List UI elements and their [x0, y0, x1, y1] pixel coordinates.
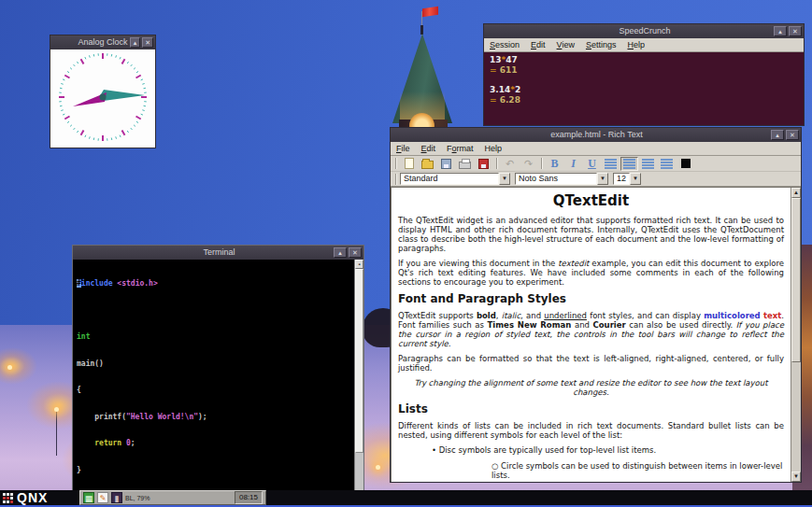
doc-heading-lists: Lists	[398, 402, 784, 415]
close-icon[interactable]: ✕	[349, 247, 362, 258]
paragraph-style-combo[interactable]: Standard ▼	[400, 173, 510, 185]
export-pdf-button[interactable]	[475, 157, 492, 171]
font-family-combo[interactable]: Noto Sans ▼	[515, 173, 608, 185]
align-right-button[interactable]	[639, 157, 657, 171]
underline-button[interactable]: U	[583, 157, 601, 171]
code-line	[77, 306, 350, 316]
menu-format[interactable]: Format	[441, 144, 479, 153]
text-color-icon	[681, 159, 691, 168]
terminal-scrollbar[interactable]: ▪	[354, 260, 363, 495]
code-line: int	[77, 332, 350, 342]
doc-title: QTextEdit	[398, 192, 784, 209]
underline-icon: U	[588, 158, 596, 169]
new-document-icon	[405, 158, 414, 169]
code-line: {	[77, 386, 350, 395]
doc-paragraph-centered: Try changing the alignment of some text …	[398, 378, 784, 397]
menu-file[interactable]: File	[391, 144, 416, 153]
align-left-button[interactable]	[602, 157, 620, 171]
collapse-icon[interactable]: ▴	[334, 247, 347, 258]
doc-paragraph: Paragraphs can be formatted so that the …	[398, 354, 784, 373]
save-button[interactable]	[437, 157, 455, 171]
terminal-window: Terminal ▴ ✕ #include <stdio.h> int main…	[72, 245, 364, 496]
close-icon[interactable]: ✕	[786, 130, 799, 140]
speedcrunch-titlebar[interactable]: SpeedCrunch ▴ ✕	[484, 24, 804, 38]
lamp-light	[54, 407, 59, 412]
scrollbar-thumb[interactable]	[791, 198, 801, 362]
scroll-up-icon[interactable]: ▪	[355, 260, 363, 269]
tray-editor-icon[interactable]: ✎	[97, 492, 108, 503]
print-icon	[459, 162, 471, 169]
menu-help[interactable]: Help	[621, 40, 650, 49]
menu-edit[interactable]: Edit	[416, 144, 442, 153]
italic-icon: I	[571, 158, 576, 169]
doc-paragraph: If you are viewing this document in the …	[398, 259, 784, 287]
clock-window-title: Analog Clock	[78, 35, 128, 49]
align-justify-icon	[661, 159, 673, 169]
open-folder-icon	[421, 161, 434, 169]
code-line: main()	[77, 359, 350, 369]
undo-icon: ↶	[506, 159, 514, 169]
doc-heading-fonts: Font and Paragraph Styles	[398, 292, 784, 305]
analog-clock-window: Analog Clock ▴ ✕	[50, 35, 156, 148]
taskbar-clock[interactable]: 08:15	[235, 491, 263, 504]
richtext-titlebar[interactable]: example.html - Rich Text ▴ ✕	[391, 128, 801, 142]
close-icon[interactable]: ✕	[142, 37, 153, 48]
bold-button[interactable]: B	[546, 157, 563, 171]
lamp-light	[7, 365, 12, 370]
chevron-down-icon[interactable]: ▼	[499, 173, 510, 185]
terminal-window-title: Terminal	[107, 246, 332, 260]
scroll-up-icon[interactable]: ▲	[791, 188, 801, 198]
doc-paragraph: The QTextEdit widget is an advanced edit…	[398, 216, 784, 253]
richtext-fontbar: Standard ▼ Noto Sans ▼ 12 ▼	[391, 172, 801, 187]
speedcrunch-history[interactable]: 13*47 = 611 3.14*2 = 6.28	[484, 52, 804, 125]
collapse-icon[interactable]: ▴	[130, 37, 141, 48]
chevron-down-icon[interactable]: ▼	[630, 173, 641, 185]
menu-session[interactable]: Session	[484, 40, 525, 49]
code-line: #include <stdio.h>	[77, 279, 350, 289]
richtext-window: example.html - Rich Text ▴ ✕ File Edit F…	[390, 127, 802, 483]
richtext-toolbar: ↶ ↷ B I U	[391, 156, 801, 172]
redo-button[interactable]: ↷	[520, 157, 537, 171]
calc-entry: 3.14*2 = 6.28	[490, 85, 798, 106]
richtext-menubar: File Edit Format Help	[391, 142, 801, 156]
text-color-button[interactable]	[677, 157, 694, 171]
close-icon[interactable]: ✕	[789, 26, 802, 36]
chevron-down-icon[interactable]: ▼	[597, 173, 608, 185]
italic-button[interactable]: I	[564, 157, 582, 171]
collapse-icon[interactable]: ▴	[774, 26, 787, 36]
align-left-icon	[605, 159, 617, 169]
menu-view[interactable]: View	[551, 40, 580, 49]
menu-edit[interactable]: Edit	[525, 40, 551, 49]
tray-network-icon[interactable]: ▦	[83, 492, 94, 503]
toolbar-separator	[541, 158, 542, 169]
font-family-value[interactable]: Noto Sans	[515, 173, 597, 185]
terminal-text-area[interactable]: #include <stdio.h> int main() { printf("…	[73, 260, 354, 495]
font-size-value[interactable]: 12	[613, 173, 630, 185]
new-button[interactable]	[400, 157, 418, 171]
bold-icon: B	[550, 158, 558, 169]
font-size-combo[interactable]: 12 ▼	[613, 173, 641, 185]
red-word: text	[763, 311, 781, 320]
clock-titlebar[interactable]: Analog Clock ▴ ✕	[50, 35, 155, 49]
system-tray: ▦ ✎ ▮ BL, 79% 08:15	[79, 490, 266, 505]
align-justify-button[interactable]	[658, 157, 676, 171]
paragraph-style-value[interactable]: Standard	[400, 173, 499, 185]
terminal-titlebar[interactable]: Terminal ▴ ✕	[73, 246, 363, 260]
align-right-icon	[642, 159, 654, 169]
menu-help[interactable]: Help	[479, 144, 508, 153]
scrollbar-thumb[interactable]	[355, 269, 363, 453]
tray-battery-icon[interactable]: ▮	[111, 492, 122, 503]
menu-settings[interactable]: Settings	[580, 40, 622, 49]
undo-button[interactable]: ↶	[501, 157, 519, 171]
collapse-icon[interactable]: ▴	[771, 130, 784, 140]
doc-scrollbar[interactable]: ▲ ▼	[791, 188, 801, 482]
qnx-logo[interactable]: QNX	[17, 490, 48, 505]
align-center-button[interactable]	[620, 157, 638, 171]
doc-paragraph: QTextEdit supports bold, italic, and und…	[398, 311, 784, 348]
document-editor[interactable]: QTextEdit The QTextEdit widget is an adv…	[392, 188, 791, 482]
taskbar: QNX ▦ ✎ ▮ BL, 79% 08:15	[0, 490, 812, 507]
scroll-down-icon[interactable]: ▼	[791, 472, 801, 482]
open-button[interactable]	[419, 157, 436, 171]
battery-status: BL, 79%	[125, 495, 150, 501]
print-button[interactable]	[456, 157, 474, 171]
